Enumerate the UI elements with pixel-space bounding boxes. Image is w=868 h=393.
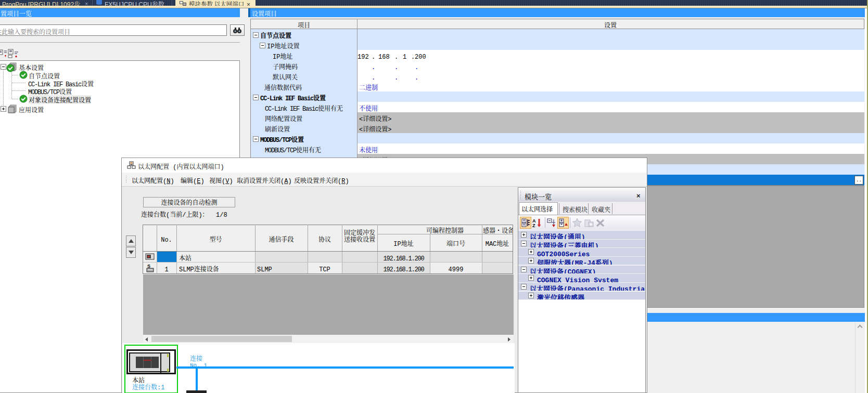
svg-text:Z: Z xyxy=(532,223,535,228)
